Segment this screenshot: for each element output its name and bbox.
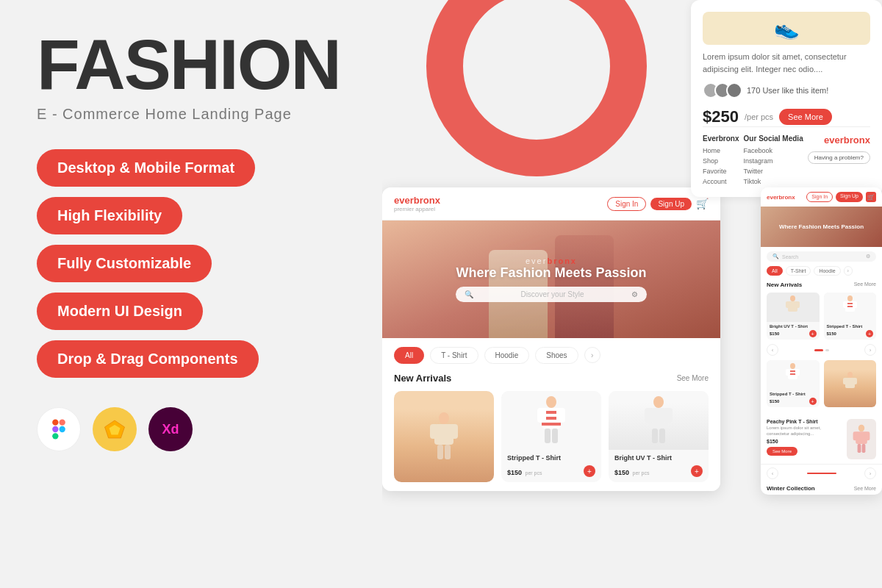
likes-text: 170 User like this item! [747,86,828,95]
tab-tshirt[interactable]: T - Shirt [430,347,478,364]
footer-social-ig: Instagram [744,157,803,165]
svg-rect-28 [659,429,665,443]
sm-hero: Where Fashion Meets Passion [761,207,882,247]
svg-point-49 [858,425,864,432]
svg-rect-12 [437,445,443,459]
user-likes: 170 User like this item! [703,82,828,98]
sm-product-price-row-2: $150 + [827,330,874,337]
svg-rect-37 [843,301,847,308]
sm-see-more[interactable]: See More [854,282,876,288]
sm-product-2: Stripped T - Shirt $150 + [824,293,877,340]
svg-rect-1 [59,419,65,425]
sm-search-bar[interactable]: 🔍 Search ⚙ [767,251,876,262]
new-arrivals-title: New Arrivals [394,373,451,384]
svg-point-23 [653,396,664,408]
sm-add-cart-3[interactable]: + [809,398,817,405]
peachy-info: Peachy Pink T - Shirt Lorem ipsum dolor … [767,419,842,456]
sm-sign-in[interactable]: Sign In [806,192,833,202]
sm-logo: everbronx [767,194,795,201]
svg-rect-19 [537,408,546,423]
product-image-1 [394,391,494,482]
sm-category-tabs: All T-Shirt Hoodie › [767,266,876,276]
footer-preview: Everbronx Home Shop Favorite Account Our… [703,126,870,185]
user-avatars [703,82,742,98]
svg-rect-22 [552,429,558,443]
sm-nav-buttons: Sign In Sign Up 🛒 [806,192,876,202]
new-arrivals-see-more[interactable]: See More [677,374,709,382]
sm-pagination-dots [814,349,829,351]
sm-tab-all[interactable]: All [767,266,783,276]
search-bar: 🔍 Discover your Style ⚙ [456,287,646,302]
sm-sign-up[interactable]: Sign Up [836,192,863,202]
peachy-see-more-button[interactable]: See More [767,447,797,456]
having-problem-btn[interactable]: Having a problem? [808,151,870,164]
sign-up-button[interactable]: Sign Up [650,198,692,210]
sm-product-img-4 [824,360,877,407]
filter-icon[interactable]: ⚙ [631,290,638,298]
sm-filter-icon[interactable]: ⚙ [866,254,870,259]
sm-product-info-3: Stripped T - Shirt $150 + [767,390,820,407]
sm-product-img-2 [824,293,877,322]
main-mockup: everbronx premier apparel Sign In Sign U… [382,187,720,491]
sm-add-cart-1[interactable]: + [809,330,817,337]
right-panel: 👟 Lorem ipsum dolor sit amet, consectetu… [382,0,882,588]
sm-hero-text: Where Fashion Meets Passion [779,223,864,230]
product-price-row-3: $150 per pcs + [614,465,703,478]
winter-see-more[interactable]: See More [854,486,876,491]
svg-rect-51 [853,431,858,440]
tabs-more-button[interactable]: › [584,347,600,363]
sm-product-row-1: Bright UV T - Shirt $150 + [767,293,876,340]
svg-rect-21 [545,429,551,443]
mockup-body: All T - Shirt Hoodie Shoes › New Arrival… [382,338,720,491]
mockup-logo-sub: premier apparel [394,206,440,212]
add-to-cart-3[interactable]: + [691,465,703,477]
svg-rect-13 [445,445,451,459]
see-more-button[interactable]: See More [779,109,832,125]
red-curve-decoration [426,0,647,176]
tab-hoodie[interactable]: Hoodie [484,347,530,364]
product-card-2: Stripped T - Shirt $150 per pcs + [501,391,601,482]
sm-product-price-3: $150 [770,399,779,404]
cart-icon[interactable]: 🛒 [696,198,709,209]
svg-rect-2 [52,426,58,432]
sign-in-button[interactable]: Sign In [607,197,646,211]
mockup-nav-buttons: Sign In Sign Up 🛒 [607,197,709,211]
svg-rect-10 [430,424,439,439]
svg-point-39 [790,363,795,369]
figma-icon [37,407,81,451]
hero-brand-accent: bronx [547,257,577,265]
svg-point-29 [790,295,795,301]
sm-body: 🔍 Search ⚙ All T-Shirt Hoodie › New Arri… [761,247,882,416]
sm-next-arrow[interactable]: › [864,344,876,356]
sm-product-img-1 [767,293,820,322]
svg-rect-26 [664,408,673,423]
sm-product-4: Bright UV T - Shirt $150 + [824,360,877,407]
sm-product-row-2: Stripped T - Shirt $150 + [767,360,876,407]
mockup-navbar: everbronx premier apparel Sign In Sign U… [382,187,720,220]
footer-social-title: Our Social Media [744,135,803,143]
sm-add-cart-2[interactable]: + [866,330,873,337]
sm-product-info-2: Stripped T - Shirt $150 + [824,322,877,340]
sm-tab-hoodie[interactable]: Hoodie [814,266,840,276]
peachy-description: Lorem ipsum dolor sit amet, consectetur … [767,426,842,437]
sm-cart-icon[interactable]: 🛒 [866,192,876,202]
winter-header: Winter Collection See More [767,485,876,492]
sketch-icon [93,407,137,451]
peachy-image [847,419,876,459]
sm-tabs-more[interactable]: › [844,266,853,276]
sm-tab-tshirt[interactable]: T-Shirt [786,266,811,276]
svg-rect-18 [542,423,561,426]
tab-all[interactable]: All [394,347,424,364]
price-see-row: $250 /per pcs See More [703,107,870,126]
sm-bottom-prev[interactable]: ‹ [767,467,778,479]
tab-shoes[interactable]: Shoes [535,347,578,364]
svg-point-45 [847,372,853,378]
product-info-2: Stripped T - Shirt $150 per pcs + [501,450,601,482]
sm-bottom-next[interactable]: › [864,467,876,479]
add-to-cart-2[interactable]: + [584,465,595,477]
svg-rect-43 [786,369,790,376]
sm-prev-arrow[interactable]: ‹ [767,344,778,356]
hero-text: everbronx Where Fashion Meets Passion 🔍 … [456,257,646,302]
footer-link-account: Account [703,178,739,185]
left-panel: FASHION E - Commerce Home Landing Page D… [0,0,382,588]
